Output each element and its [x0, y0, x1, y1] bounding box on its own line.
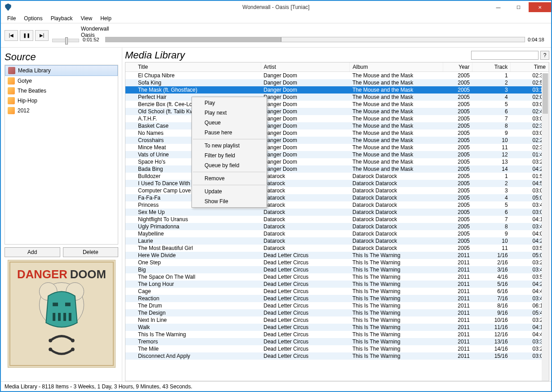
- source-item[interactable]: The Beatles: [5, 86, 118, 96]
- table-row[interactable]: CageDead Letter CircusThis Is The Warnin…: [125, 288, 549, 295]
- cell: This Is The Warning: [350, 302, 443, 309]
- cell: 5: [472, 101, 511, 108]
- menu-view[interactable]: View: [77, 14, 96, 22]
- cell: 2005: [443, 245, 472, 252]
- table-row[interactable]: I Used To Dance With My DaddyDatarockDat…: [125, 180, 549, 187]
- cell: 2005: [443, 72, 472, 80]
- vertical-scrollbar[interactable]: [542, 73, 549, 381]
- table-row[interactable]: The Mask (ft. Ghostface)Danger DoomThe M…: [125, 86, 549, 94]
- table-row[interactable]: Fa-Fa-FaDatarockDatarock Datarock2005405…: [125, 194, 549, 201]
- context-menu-item[interactable]: Pause here: [192, 128, 267, 138]
- cell: Datarock: [261, 223, 350, 230]
- help-button[interactable]: ?: [540, 51, 549, 60]
- table-row[interactable]: Computer Camp LoveDatarockDatarock Datar…: [125, 187, 549, 194]
- table-row[interactable]: Mince MeatDanger DoomThe Mouse and the M…: [125, 144, 549, 151]
- cell: 11: [472, 144, 511, 151]
- source-item[interactable]: 2012: [5, 106, 118, 116]
- source-item[interactable]: Media Library: [5, 65, 118, 76]
- add-button[interactable]: Add: [4, 247, 60, 257]
- menu-file[interactable]: File: [4, 14, 19, 22]
- cell: 10: [472, 237, 511, 245]
- cell: The Mouse and the Mask: [350, 108, 443, 115]
- table-row[interactable]: ReactionDead Letter CircusThis Is The Wa…: [125, 295, 549, 302]
- cell: Danger Doom: [261, 86, 350, 94]
- table-row[interactable]: WalkDead Letter CircusThis Is The Warnin…: [125, 324, 549, 331]
- table-row[interactable]: Bada BingDanger DoomThe Mouse and the Ma…: [125, 165, 549, 173]
- source-item[interactable]: Hip-Hop: [5, 96, 118, 106]
- table-row[interactable]: El Chupa NibreDanger DoomThe Mouse and t…: [125, 72, 549, 80]
- col-year[interactable]: Year: [443, 62, 472, 72]
- cell: 7/16: [472, 295, 511, 302]
- pause-button[interactable]: ❚❚: [20, 30, 33, 41]
- context-menu-item[interactable]: Queue by field: [192, 160, 267, 170]
- context-menu-item[interactable]: Play next: [192, 108, 267, 118]
- table-row[interactable]: Next In LineDead Letter CircusThis Is Th…: [125, 316, 549, 324]
- context-menu-item[interactable]: Queue: [192, 118, 267, 128]
- context-menu-item[interactable]: To new playlist: [192, 141, 267, 151]
- delete-button[interactable]: Delete: [63, 247, 119, 257]
- progress-bar[interactable]: [105, 37, 525, 42]
- col-track[interactable]: Track: [472, 62, 511, 72]
- col-title[interactable]: Title: [125, 62, 261, 72]
- cell: 2005: [443, 158, 472, 165]
- table-row[interactable]: Here We DivideDead Letter CircusThis Is …: [125, 252, 549, 259]
- table-row[interactable]: Perfect HairDanger DoomThe Mouse and the…: [125, 94, 549, 101]
- context-menu-item[interactable]: Play: [192, 98, 267, 108]
- table-row[interactable]: MaybellineDatarockDatarock Datarock20059…: [125, 230, 549, 237]
- table-row[interactable]: BigDead Letter CircusThis Is The Warning…: [125, 266, 549, 273]
- col-time[interactable]: Time: [511, 62, 549, 72]
- cell: Ugly Primadonna: [125, 223, 261, 230]
- cell: One Step: [125, 259, 261, 266]
- table-row[interactable]: Old School (ft. Talib Kweli)Danger DoomT…: [125, 108, 549, 115]
- table-row[interactable]: BulldozerDatarockDatarock Datarock200510…: [125, 173, 549, 180]
- table-row[interactable]: No NamesDanger DoomThe Mouse and the Mas…: [125, 129, 549, 137]
- cell: 5/16: [472, 281, 511, 288]
- col-album[interactable]: Album: [350, 62, 443, 72]
- table-row[interactable]: The MileDead Letter CircusThis Is The Wa…: [125, 345, 549, 352]
- table-row[interactable]: Vats of UrineDanger DoomThe Mouse and th…: [125, 151, 549, 158]
- table-row[interactable]: LaurieDatarockDatarock Datarock20051004:…: [125, 237, 549, 245]
- menu-help[interactable]: Help: [97, 14, 115, 22]
- table-row[interactable]: Sofa KingDanger DoomThe Mouse and the Ma…: [125, 79, 549, 86]
- table-row[interactable]: The DrumDead Letter CircusThis Is The Wa…: [125, 302, 549, 309]
- source-item-label: Hip-Hop: [18, 98, 37, 104]
- table-row[interactable]: Benzie Box (ft. Cee-Lo)Danger DoomThe Mo…: [125, 101, 549, 108]
- cell: 3: [472, 86, 511, 94]
- table-row[interactable]: CrosshairsDanger DoomThe Mouse and the M…: [125, 137, 549, 144]
- context-menu-item[interactable]: Update: [192, 187, 267, 196]
- cell: Danger Doom: [261, 108, 350, 115]
- table-row[interactable]: Space Ho'sDanger DoomThe Mouse and the M…: [125, 158, 549, 165]
- cell: Datarock Datarock: [350, 180, 443, 187]
- table-row[interactable]: Nightflight To UranusDatarockDatarock Da…: [125, 216, 549, 223]
- table-row[interactable]: One StepDead Letter CircusThis Is The Wa…: [125, 259, 549, 266]
- table-row[interactable]: The Space On The WallDead Letter CircusT…: [125, 273, 549, 281]
- context-menu-item[interactable]: Filter by field: [192, 151, 267, 160]
- source-item[interactable]: Gotye: [5, 76, 118, 86]
- source-item-label: 2012: [18, 107, 30, 114]
- cell: The Mouse and the Mask: [350, 122, 443, 129]
- volume-slider[interactable]: [52, 39, 79, 42]
- prev-button[interactable]: |◀: [4, 30, 18, 41]
- table-row[interactable]: A.T.H.F.Danger DoomThe Mouse and the Mas…: [125, 115, 549, 122]
- context-menu-item[interactable]: Show File: [192, 196, 267, 206]
- search-input[interactable]: [471, 51, 539, 60]
- context-menu-item[interactable]: Remove: [192, 174, 267, 183]
- table-row[interactable]: Ugly PrimadonnaDatarockDatarock Datarock…: [125, 223, 549, 230]
- menu-options[interactable]: Options: [20, 14, 46, 22]
- next-button[interactable]: ▶|: [35, 30, 49, 41]
- table-row[interactable]: PrincessDatarockDatarock Datarock2005503…: [125, 201, 549, 209]
- table-row[interactable]: The Most Beautiful GirlDatarockDatarock …: [125, 245, 549, 252]
- menu-playback[interactable]: Playback: [47, 14, 76, 22]
- table-row[interactable]: TremorsDead Letter CircusThis Is The War…: [125, 338, 549, 345]
- table-row[interactable]: This Is The WarningDead Letter CircusThi…: [125, 331, 549, 338]
- table-row[interactable]: Sex Me UpDatarockDatarock Datarock200560…: [125, 209, 549, 216]
- cell: 2011: [443, 295, 472, 302]
- table-row[interactable]: The DesignDead Letter CircusThis Is The …: [125, 309, 549, 316]
- table-row[interactable]: Disconnect And ApplyDead Letter CircusTh…: [125, 352, 549, 360]
- cell: 2011: [443, 331, 472, 338]
- table-row[interactable]: The Long HourDead Letter CircusThis Is T…: [125, 281, 549, 288]
- cell: The Mouse and the Mask: [350, 115, 443, 122]
- table-row[interactable]: Basket CaseDanger DoomThe Mouse and the …: [125, 122, 549, 129]
- cell: 1: [472, 173, 511, 180]
- col-artist[interactable]: Artist: [261, 62, 350, 72]
